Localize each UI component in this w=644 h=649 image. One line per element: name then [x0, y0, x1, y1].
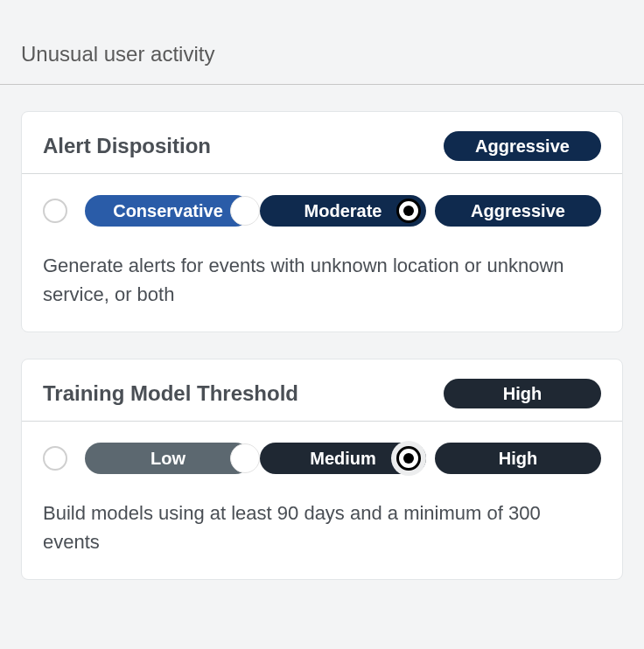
alert-option-moderate-label: Moderate — [298, 200, 389, 221]
training-option-low[interactable]: Low — [85, 443, 251, 474]
alert-option-aggressive-label: Aggressive — [464, 200, 572, 221]
training-option-medium-label: Medium — [303, 448, 383, 469]
training-card-title: Training Model Threshold — [43, 381, 298, 406]
alert-option-conservative[interactable]: Conservative — [85, 195, 251, 227]
alert-option-moderate[interactable]: Moderate — [260, 195, 426, 227]
training-threshold-card: Training Model Threshold High Low Medium — [21, 359, 623, 580]
alert-disposition-card: Alert Disposition Aggressive Conservativ… — [21, 111, 623, 332]
alert-option-row: Conservative Moderate Aggressive — [43, 195, 601, 227]
training-card-header: Training Model Threshold High — [22, 359, 622, 422]
alert-card-header: Alert Disposition Aggressive — [22, 112, 622, 174]
training-description: Build models using at least 90 days and … — [43, 499, 601, 556]
training-option-low-label: Low — [144, 448, 192, 469]
alert-option-conservative-label: Conservative — [106, 200, 230, 221]
radio-selected-icon — [396, 199, 421, 223]
radio-selected-outer-icon — [391, 441, 426, 476]
training-option-high-label: High — [492, 448, 544, 469]
alert-current-badge: Aggressive — [444, 131, 601, 161]
training-option-row: Low Medium High — [43, 443, 601, 474]
training-option-medium[interactable]: Medium — [260, 443, 426, 474]
page-title: Unusual user activity — [21, 42, 623, 66]
alert-card-title: Alert Disposition — [43, 134, 211, 158]
training-radio[interactable] — [43, 446, 67, 471]
toggle-knob-icon — [230, 443, 260, 473]
alert-description: Generate alerts for events with unknown … — [43, 251, 601, 309]
radio-selected-icon — [396, 446, 421, 471]
alert-option-aggressive[interactable]: Aggressive — [435, 195, 601, 227]
training-current-badge: High — [444, 379, 601, 408]
toggle-knob-icon — [230, 196, 260, 226]
training-segment-group: Low Medium High — [85, 443, 601, 474]
training-option-high[interactable]: High — [435, 443, 601, 474]
alert-segment-group: Conservative Moderate Aggressive — [85, 195, 601, 227]
alert-radio[interactable] — [43, 199, 67, 223]
